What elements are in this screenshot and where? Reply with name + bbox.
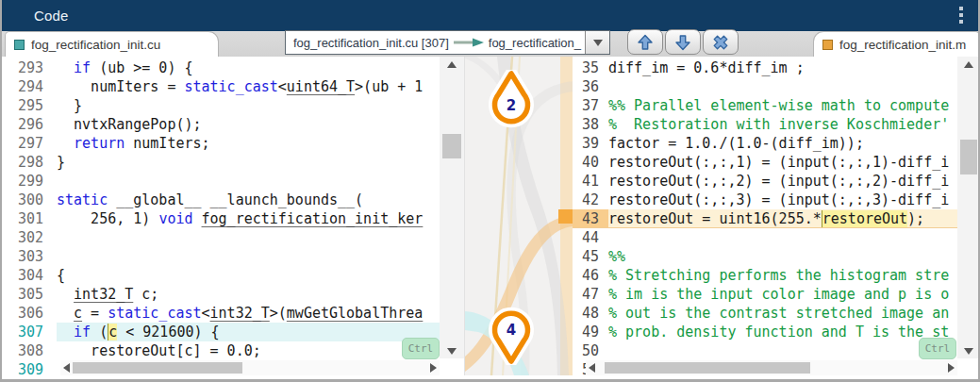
code-line-296[interactable]: 296 nvtxRangePop(); — [2, 115, 440, 134]
code-line-40[interactable]: 40restoreOut(:,:,1) = (input(:,:,1)-diff… — [573, 153, 957, 172]
code-line-43[interactable]: 43restoreOut = uint16(255.*restoreOut); — [573, 209, 957, 228]
code-line-293[interactable]: 293 if (ub >= 0) { — [2, 58, 440, 77]
line-number: 306 — [2, 304, 57, 323]
line-number: 36 — [573, 77, 608, 96]
trace-marker-2-pin[interactable]: 2 — [485, 70, 538, 128]
code-text: } — [57, 96, 440, 115]
navigate-down-button[interactable] — [665, 29, 701, 55]
line-number: 39 — [573, 134, 608, 153]
scroll-left-icon[interactable] — [60, 360, 73, 375]
line-number: 50 — [573, 341, 608, 360]
code-text: 256, 1) void fog_rectification_init_ker — [57, 209, 440, 228]
line-number: 294 — [2, 77, 57, 96]
dropdown-arrow-icon[interactable] — [585, 31, 609, 54]
trace-marker-4-pin[interactable]: 4 — [485, 307, 538, 365]
code-text: int32_T c; — [57, 285, 440, 304]
code-text: factor = 1.0./(1.0-(diff_im)); — [608, 134, 957, 153]
code-text: % Restoration with inverse Koschmieder' — [608, 115, 957, 134]
m-vertical-scrollbar[interactable] — [957, 57, 980, 358]
code-line-45[interactable]: 45%% — [573, 247, 957, 266]
trace-source-label: fog_rectification_init.cu [307] — [293, 36, 449, 50]
line-number: 303 — [2, 247, 57, 266]
line-number: 37 — [573, 96, 608, 115]
code-line-50[interactable]: 50 — [573, 341, 957, 360]
code-text — [608, 341, 957, 360]
code-text — [608, 77, 957, 96]
close-trace-button[interactable] — [703, 29, 739, 55]
kebab-menu-icon[interactable] — [959, 7, 963, 24]
trace-target-label: fog_rectification_ — [489, 36, 581, 50]
scroll-up-icon[interactable] — [440, 57, 464, 72]
scroll-right-icon[interactable] — [427, 360, 440, 375]
code-text: } — [57, 153, 440, 172]
line-number: 305 — [2, 285, 57, 304]
up-arrow-icon — [636, 33, 655, 52]
code-line-49[interactable]: 49% prob. density function and T is the … — [573, 323, 957, 341]
code-line-46[interactable]: 46% Stretching performs the histogram st… — [573, 266, 957, 285]
scroll-down-icon[interactable] — [440, 343, 464, 358]
v-scroll-thumb[interactable] — [442, 134, 461, 158]
navigate-up-button[interactable] — [627, 29, 663, 55]
line-number: 41 — [573, 172, 608, 191]
v-scroll-thumb[interactable] — [960, 140, 977, 174]
code-line-306[interactable]: 306 c = static_cast<int32_T>(mwGetGlobal… — [2, 304, 440, 323]
code-line-44[interactable]: 44 — [573, 228, 957, 247]
code-text: restoreOut = uint16(255.*restoreOut); — [608, 209, 957, 227]
line-number: 297 — [2, 134, 57, 153]
code-line-298[interactable]: 298} — [2, 153, 440, 172]
code-text: % prob. density function and T is the st — [608, 323, 957, 341]
line-number: 300 — [2, 191, 57, 209]
cu-file-icon — [14, 40, 25, 50]
line-number: 293 — [2, 58, 57, 77]
tab-cu-file[interactable]: fog_rectification_init.cu — [5, 31, 219, 57]
code-line-38[interactable]: 38% Restoration with inverse Koschmieder… — [573, 115, 957, 134]
code-line-308[interactable]: 308 restoreOut[c] = 0.0; — [2, 341, 440, 360]
trace-arrow-icon — [453, 37, 485, 48]
code-text: % Stretching performs the histogram stre — [608, 266, 957, 285]
window-title: Code — [34, 8, 69, 24]
code-text — [57, 247, 440, 266]
code-line-305[interactable]: 305 int32_T c; — [2, 285, 440, 304]
tab-m-file[interactable]: fog_rectification_init.m — [813, 31, 980, 57]
scroll-left-icon[interactable] — [586, 360, 598, 375]
cu-vertical-scrollbar[interactable] — [440, 57, 464, 358]
code-text: restoreOut(:,:,1) = (input(:,:,1)-diff_i — [608, 153, 957, 172]
code-line-303[interactable]: 303 — [2, 247, 440, 266]
code-text: restoreOut(:,:,3) = (input(:,:,3)-diff_i — [608, 191, 957, 209]
line-number: 304 — [2, 266, 57, 285]
code-line-307[interactable]: 307 if (c < 921600) { — [2, 323, 440, 341]
code-line-294[interactable]: 294 numIters = static_cast<uint64_T>(ub … — [2, 77, 440, 96]
code-line-42[interactable]: 42restoreOut(:,:,3) = (input(:,:,3)-diff… — [573, 191, 957, 209]
code-line-301[interactable]: 301 256, 1) void fog_rectification_init_… — [2, 209, 440, 228]
code-line-37[interactable]: 37%% Parallel element-wise math to compu… — [573, 96, 957, 115]
code-text: %% Parallel element-wise math to compute — [608, 96, 957, 115]
cu-code-lines: 293 if (ub >= 0) {294 numIters = static_… — [2, 58, 440, 375]
trace-marker-4-label: 4 — [485, 322, 538, 339]
m-code-editor: 35diff_im = 0.6*diff_im ;3637%% Parallel… — [573, 57, 957, 375]
code-line-36[interactable]: 36 — [573, 77, 957, 96]
code-line-48[interactable]: 48% out is the contrast stretched image … — [573, 304, 957, 323]
code-line-299[interactable]: 299 — [2, 172, 440, 191]
code-line-304[interactable]: 304{ — [2, 266, 440, 285]
code-line-295[interactable]: 295 } — [2, 96, 440, 115]
code-line-300[interactable]: 300static __global__ __launch_bounds__( — [2, 191, 440, 209]
scroll-down-icon[interactable] — [957, 343, 980, 358]
cu-horizontal-scrollbar[interactable] — [60, 360, 440, 375]
code-line-39[interactable]: 39factor = 1.0./(1.0-(diff_im)); — [573, 134, 957, 153]
code-line-35[interactable]: 35diff_im = 0.6*diff_im ; — [573, 58, 957, 77]
trace-marker-2-label: 2 — [485, 97, 538, 114]
h-scroll-thumb[interactable] — [73, 362, 242, 374]
code-line-41[interactable]: 41restoreOut(:,:,2) = (input(:,:,2)-diff… — [573, 172, 957, 191]
code-line-297[interactable]: 297 return numIters; — [2, 134, 440, 153]
tab-cu-label: fog_rectification_init.cu — [31, 38, 160, 52]
line-number: 48 — [573, 304, 608, 323]
code-text: { — [57, 266, 440, 285]
code-line-47[interactable]: 47% im is the input color image and p is… — [573, 285, 957, 304]
scroll-right-icon[interactable] — [945, 360, 957, 375]
trace-dropdown[interactable]: fog_rectification_init.cu [307] fog_rect… — [285, 30, 610, 55]
code-line-302[interactable]: 302 — [2, 228, 440, 247]
h-scroll-thumb[interactable] — [605, 362, 810, 374]
scroll-up-icon[interactable] — [957, 57, 980, 72]
line-number: 295 — [2, 96, 57, 115]
m-horizontal-scrollbar[interactable] — [586, 360, 957, 375]
